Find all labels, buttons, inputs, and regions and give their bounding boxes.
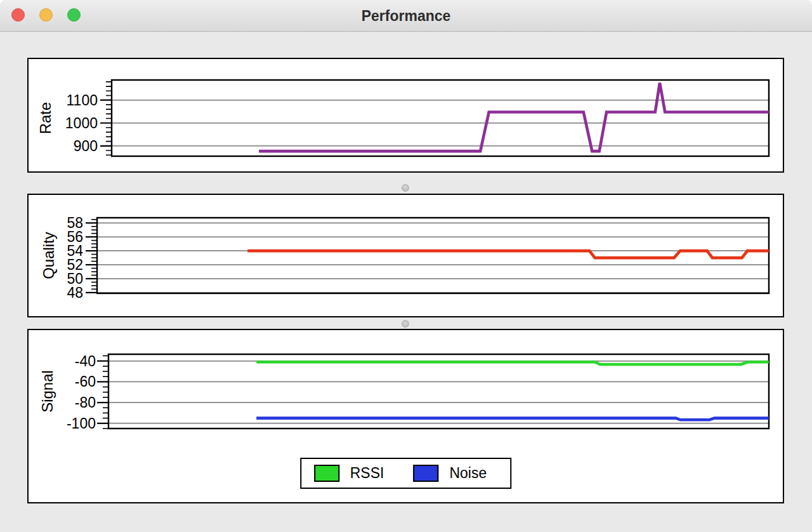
quality-panel: 485052545658Quality	[27, 194, 784, 317]
plot-border	[97, 218, 769, 293]
performance-window: Performance 90010001100Rate 485052545658…	[0, 0, 812, 532]
y-tick-label: 900	[74, 138, 98, 154]
y-axis-title: Rate	[37, 102, 54, 135]
series-line-noise	[256, 418, 769, 420]
chart-legend: RSSI Noise	[300, 458, 512, 489]
noise-swatch	[413, 465, 438, 482]
y-axis-title: Signal	[39, 370, 56, 413]
series-line-quality	[247, 251, 769, 258]
series-line-rssi	[256, 362, 769, 364]
signal-panel: -100-80-60-40Signal RSSI Noise	[27, 329, 784, 503]
rate-chart: 90010001100Rate	[29, 59, 783, 171]
legend-item-rssi: RSSI	[314, 465, 384, 482]
y-axis-title: Quality	[40, 232, 57, 279]
splitter-handle-2[interactable]	[402, 320, 409, 328]
title-bar: Performance	[0, 0, 812, 32]
rssi-legend-label: RSSI	[350, 466, 384, 481]
y-tick-label: -60	[75, 373, 96, 390]
y-tick-label: -40	[75, 353, 96, 369]
series-line-rate	[259, 83, 769, 151]
y-tick-label: -100	[67, 415, 96, 432]
plot-border	[112, 80, 769, 156]
rssi-swatch	[314, 465, 339, 482]
noise-legend-label: Noise	[449, 466, 487, 481]
y-tick-label: 1100	[67, 92, 98, 109]
quality-chart: 485052545658Quality	[29, 195, 783, 316]
rate-panel: 90010001100Rate	[27, 58, 784, 173]
legend-item-noise: Noise	[413, 465, 487, 482]
y-tick-label: 1000	[65, 115, 98, 131]
splitter-handle-1[interactable]	[402, 184, 409, 192]
y-tick-label: 58	[67, 215, 83, 231]
window-title: Performance	[0, 0, 812, 32]
y-tick-label: -80	[75, 394, 96, 411]
window-content: 90010001100Rate 485052545658Quality -100…	[0, 32, 812, 532]
